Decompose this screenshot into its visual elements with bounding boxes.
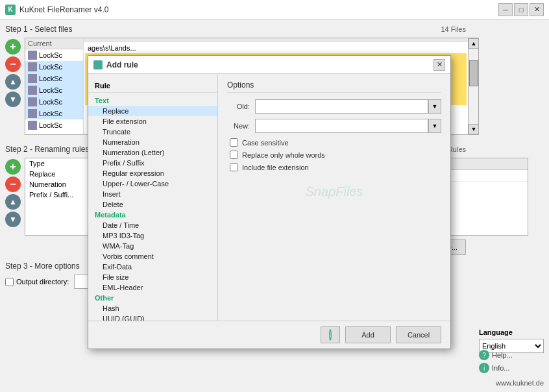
window-controls: ─ □ ✕ [498, 3, 544, 16]
scroll-up-arrow[interactable]: ▲ [469, 38, 479, 49]
rule-list-item-vorbis[interactable]: Vorbis comment [88, 251, 217, 262]
dialog-title: Add rule [106, 60, 430, 69]
current-col-header: Current [25, 38, 83, 49]
new-input[interactable] [255, 119, 428, 133]
dialog-close-button[interactable]: ✕ [433, 59, 445, 71]
case-sensitive-row: Case sensitive [230, 138, 441, 147]
help-icon: ? [479, 350, 489, 360]
include-extension-row: Include file extension [230, 163, 441, 171]
new-label: New: [227, 122, 250, 130]
metadata-category: Metadata [88, 210, 217, 220]
language-label: Language [479, 328, 544, 336]
help-button[interactable]: ? Help... [479, 349, 544, 361]
info-button[interactable]: i Info... [479, 362, 544, 374]
move-rule-down-button[interactable]: ▼ [5, 212, 21, 227]
list-item[interactable]: LockSc [25, 84, 83, 96]
step1-header: Step 1 - Select files 14 Files [5, 25, 544, 34]
rule-list-item-hash[interactable]: Hash [88, 303, 217, 313]
rule-list-item-delete[interactable]: Delete [88, 199, 217, 210]
old-label: Old: [227, 103, 250, 110]
list-item[interactable]: ages\s\Lands... [85, 43, 467, 53]
new-field-row: New: ▼ [227, 119, 441, 133]
rule-list-item-replace[interactable]: Replace [88, 106, 217, 116]
rule-list-item-mp3[interactable]: MP3 ID3-Tag [88, 230, 217, 241]
old-dropdown-button[interactable]: ▼ [428, 99, 441, 114]
new-field-container: ▼ [255, 119, 441, 133]
dialog-title-bar: Add rule ✕ [88, 56, 450, 74]
rule-list-item-truncate[interactable]: Truncate [88, 127, 217, 137]
list-item[interactable]: LockSc [25, 119, 83, 131]
dialog-add-button[interactable]: Add [345, 326, 391, 343]
output-dir-label: Output directory: [5, 278, 69, 286]
file-list-items: LockSc LockSc LockSc LockSc [25, 49, 83, 132]
help-label: Help... [492, 351, 513, 359]
new-dropdown-button[interactable]: ▼ [428, 119, 441, 133]
file-icon [28, 74, 37, 83]
minimize-button[interactable]: ─ [498, 3, 513, 16]
file-icon [28, 62, 37, 71]
case-sensitive-checkbox[interactable] [230, 138, 238, 147]
close-button[interactable]: ✕ [530, 3, 544, 16]
whole-words-row: Replace only whole words [230, 151, 441, 159]
list-item[interactable]: LockSc [25, 73, 83, 84]
dialog-footer: i Add Cancel [88, 321, 450, 349]
maximize-button[interactable]: □ [514, 3, 528, 16]
rule-list-item-datetime[interactable]: Date / Time [88, 220, 217, 230]
info-label: Info... [492, 364, 510, 372]
whole-words-label: Replace only whole words [242, 151, 325, 159]
scroll-thumb[interactable] [469, 60, 478, 86]
options-panel: Options Old: ▼ New: ▼ [218, 74, 450, 321]
old-field-container: ▼ [255, 99, 441, 114]
add-rule-button[interactable]: + [5, 159, 21, 175]
move-file-down-button[interactable]: ▼ [5, 92, 21, 107]
dialog-cancel-button[interactable]: Cancel [396, 326, 441, 343]
main-window: Step 1 - Select files 14 Files + − ▲ ▼ C… [0, 19, 549, 392]
remove-rule-button[interactable]: − [5, 177, 21, 192]
title-bar: K KuKnet FileRenamer v4.0 ─ □ ✕ [0, 0, 549, 19]
rule-list-item-eml[interactable]: EML-Header [88, 282, 217, 293]
dialog-watermark: SnapFiles [227, 184, 441, 199]
rule-list-item-numeration[interactable]: Numeration [88, 137, 217, 147]
text-category: Text [88, 95, 217, 106]
include-extension-label: Include file extension [242, 164, 309, 171]
step1-controls: + − ▲ ▼ [5, 38, 21, 138]
rule-list-item-insert[interactable]: Insert [88, 189, 217, 199]
dialog-icon [93, 60, 103, 69]
file-count: 14 Files [441, 25, 466, 33]
file-icon [28, 109, 37, 118]
add-file-button[interactable]: + [5, 39, 21, 55]
list-item[interactable]: LockSc [25, 96, 83, 108]
old-input[interactable] [255, 99, 428, 114]
whole-words-checkbox[interactable] [230, 151, 238, 159]
rule-list-item-file-extension[interactable]: File extension [88, 116, 217, 127]
info-icon: i [479, 363, 489, 373]
bottom-links: ? Help... i Info... [479, 349, 544, 374]
file-icon [28, 86, 37, 95]
dialog-body: Rule Text Replace File extension Truncat… [88, 74, 450, 321]
file-list-scrollbar[interactable]: ▲ ▼ [468, 38, 478, 134]
case-sensitive-label: Case sensitive [242, 139, 289, 147]
list-item[interactable]: LockSc [25, 108, 83, 119]
step2-controls: + − ▲ ▼ [5, 158, 21, 236]
rule-list-item-wma[interactable]: WMA-Tag [88, 241, 217, 251]
rule-list-item-regex[interactable]: Regular expression [88, 168, 217, 178]
remove-file-button[interactable]: − [5, 56, 21, 72]
list-item[interactable]: LockSc [25, 49, 83, 61]
move-rule-up-button[interactable]: ▲ [5, 194, 21, 210]
output-dir-checkbox[interactable] [5, 278, 14, 286]
rule-list-item-numeration-letter[interactable]: Numeration (Letter) [88, 147, 217, 158]
rule-panel: Rule Text Replace File extension Truncat… [88, 74, 218, 321]
rule-list-item-case[interactable]: Upper- / Lower-Case [88, 178, 217, 189]
dialog-info-button[interactable]: i [321, 326, 340, 343]
rule-list-item-filesize[interactable]: File size [88, 272, 217, 282]
add-rule-dialog: Add rule ✕ Rule Text Replace File extens… [88, 55, 451, 349]
file-icon [28, 97, 37, 106]
include-extension-checkbox[interactable] [230, 163, 238, 171]
scroll-down-arrow[interactable]: ▼ [469, 124, 479, 134]
rule-list-item-prefix-suffix[interactable]: Prefix / Suffix [88, 158, 217, 168]
move-file-up-button[interactable]: ▲ [5, 74, 21, 90]
list-item[interactable]: LockSc [25, 61, 83, 73]
rule-list-item-exif[interactable]: Exif-Data [88, 262, 217, 272]
file-icon [28, 121, 37, 130]
rule-list-item-uuid[interactable]: UUID (GUID) [88, 313, 217, 321]
